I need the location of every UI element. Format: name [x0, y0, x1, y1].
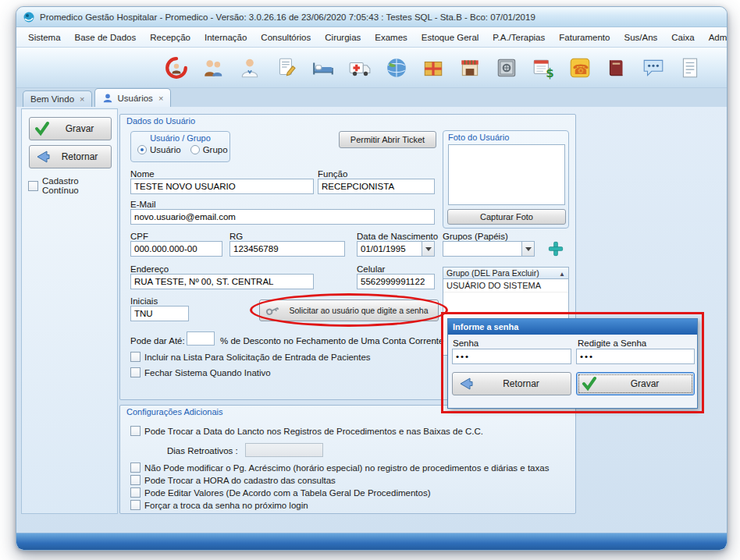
- tab-bem-vindo[interactable]: Bem Vindo ×: [23, 90, 92, 107]
- informe-senha-dialog: Informe a senha Senha Redigite a Senha R…: [447, 318, 698, 409]
- toolbar-button-ambulance[interactable]: [347, 53, 373, 83]
- celular-input[interactable]: [357, 274, 435, 289]
- editar-valores-checkbox[interactable]: [130, 487, 141, 498]
- iniciais-input[interactable]: [130, 306, 189, 321]
- cpf-label: CPF: [130, 232, 148, 241]
- chevron-down-icon[interactable]: [422, 241, 435, 257]
- toolbar-button-book[interactable]: [603, 53, 630, 83]
- menu-item-consultorios[interactable]: Consultórios: [254, 33, 318, 42]
- rg-input[interactable]: [229, 241, 345, 257]
- menu-item-exames[interactable]: Exames: [368, 33, 414, 42]
- dias-retroativos-label: Dias Retroativos :: [167, 446, 238, 455]
- nao-modificar-pg-checkbox[interactable]: [130, 463, 141, 473]
- menu-item-pa-terapias[interactable]: P.A./Terapias: [486, 33, 552, 42]
- toolbar-button-reception[interactable]: [200, 53, 226, 83]
- radio-grupo-option[interactable]: Grupo: [190, 145, 228, 154]
- radio-usuario[interactable]: [137, 145, 147, 154]
- key-icon: [265, 303, 280, 318]
- incluir-lista-checkbox[interactable]: [130, 352, 141, 362]
- senha-input[interactable]: [452, 349, 571, 364]
- finance-calendar-icon: $: [532, 56, 555, 80]
- menu-item-base-de-dados[interactable]: Base de Dados: [68, 33, 144, 42]
- foto-usuario-title: Foto do Usuário: [443, 131, 568, 144]
- capturar-foto-button[interactable]: Capturar Foto: [447, 209, 566, 225]
- nascimento-input[interactable]: [357, 241, 422, 257]
- toolbar-button-store[interactable]: [457, 53, 483, 83]
- radio-grupo-label: Grupo: [203, 145, 228, 154]
- toolbar-button-safe[interactable]: [493, 53, 520, 83]
- toolbar-button-phone[interactable]: ☎: [567, 53, 593, 83]
- forcar-troca-senha-label: Forçar a troca da senha no próximo login: [144, 501, 308, 510]
- forcar-troca-senha-checkbox[interactable]: [130, 500, 141, 510]
- doctor-icon: [238, 56, 261, 80]
- close-icon[interactable]: ×: [158, 94, 163, 103]
- tab-bem-vindo-label: Bem Vindo: [30, 94, 74, 104]
- menu-item-faturamento[interactable]: Faturamento: [552, 33, 617, 42]
- nao-modificar-pg-label: Não Pode modificar o Pg. Acréscimo (horá…: [144, 463, 549, 473]
- check-icon: [582, 376, 597, 392]
- toolbar-button-report[interactable]: [677, 53, 703, 83]
- menu-item-cirurgias[interactable]: Cirurgias: [318, 33, 368, 42]
- toolbar-button-chat[interactable]: [640, 53, 667, 83]
- menu-item-administracao[interactable]: Administração: [702, 33, 727, 42]
- fechar-inativo-checkbox[interactable]: [130, 367, 141, 377]
- dados-usuario-title: Dados do Usuário: [126, 116, 195, 126]
- grupos-combo[interactable]: [443, 241, 535, 257]
- radio-grupo[interactable]: [190, 145, 200, 154]
- report-icon: [678, 56, 702, 80]
- nascimento-combo[interactable]: [357, 241, 435, 257]
- chevron-down-icon[interactable]: [521, 241, 535, 257]
- redigite-senha-input[interactable]: [576, 349, 695, 364]
- toolbar-button-swirl-people[interactable]: [163, 53, 190, 83]
- menu-item-estoque-geral[interactable]: Estoque Geral: [414, 33, 486, 42]
- nome-input[interactable]: [130, 179, 314, 194]
- user-photo-placeholder: [448, 144, 565, 205]
- grupo-grid-row[interactable]: USUÁRIO DO SISTEMA: [443, 279, 568, 292]
- solicitar-senha-button[interactable]: Solicitar ao usuário que digite a senha: [259, 299, 439, 321]
- grupos-input[interactable]: [443, 241, 521, 257]
- dialog-gravar-button[interactable]: Gravar: [576, 372, 695, 395]
- action-sidebar: Gravar Retornar Cadastro Contínuo: [21, 108, 118, 514]
- toolbar-button-bed[interactable]: [310, 53, 336, 83]
- trocar-hora-checkbox[interactable]: [130, 475, 141, 485]
- menu-item-sistema[interactable]: Sistema: [21, 33, 68, 42]
- config-check-row: Não Pode modificar o Pg. Acréscimo (horá…: [130, 463, 549, 473]
- cpf-input[interactable]: [130, 241, 222, 257]
- trocar-data-lancto-checkbox[interactable]: [130, 426, 141, 436]
- toolbar-button-globe[interactable]: [383, 53, 410, 83]
- retornar-button[interactable]: Retornar: [29, 145, 112, 168]
- reception-people-icon: [201, 56, 225, 80]
- radio-usuario-option[interactable]: Usuário: [137, 145, 181, 154]
- funcao-input[interactable]: [318, 179, 435, 194]
- gravar-button[interactable]: Gravar: [29, 117, 112, 140]
- foto-usuario-groupbox: Foto do Usuário Capturar Foto: [443, 130, 569, 229]
- toolbar-button-finance-calendar[interactable]: $: [530, 53, 557, 83]
- cadastro-continuo-row: Cadastro Contínuo: [28, 176, 117, 195]
- trocar-hora-label: Pode Trocar a HORA do cadastro das consu…: [144, 476, 336, 485]
- email-input[interactable]: [130, 209, 435, 225]
- dialog-retornar-label: Retornar: [476, 378, 566, 389]
- close-icon[interactable]: ×: [80, 94, 84, 104]
- menu-item-recepcao[interactable]: Recepção: [143, 33, 197, 42]
- title-bar: Promedico Gestão Hospitalar - Promedico …: [16, 7, 727, 27]
- menu-item-sus-ans[interactable]: Sus/Ans: [617, 33, 664, 42]
- toolbar-button-package[interactable]: [420, 53, 446, 83]
- fechar-inativo-label: Fechar Sistema Quando Inativo: [144, 368, 271, 377]
- toolbar-button-prescription[interactable]: [273, 53, 300, 83]
- dialog-retornar-button[interactable]: Retornar: [452, 372, 571, 395]
- app-window: Promedico Gestão Hospitalar - Promedico …: [16, 6, 728, 551]
- menu-item-internacao[interactable]: Internação: [197, 33, 254, 42]
- toolbar-button-doctor[interactable]: [237, 53, 263, 83]
- grupo-grid-header[interactable]: Grupo (DEL Para Excluir): [443, 267, 569, 279]
- tab-usuarios[interactable]: Usuários ×: [94, 88, 171, 107]
- desconto-sufixo-label: % de Desconto no Fechamento de Uma Conta…: [220, 336, 443, 346]
- chat-icon: [642, 56, 665, 80]
- menu-item-caixa[interactable]: Caixa: [664, 33, 701, 42]
- ambulance-icon: [348, 56, 372, 80]
- cadastro-continuo-checkbox[interactable]: [28, 181, 38, 191]
- add-group-button[interactable]: [546, 239, 566, 258]
- permitir-abrir-ticket-button[interactable]: Permitir Abrir Ticket: [339, 131, 436, 148]
- endereco-input[interactable]: [130, 274, 314, 289]
- editar-valores-label: Pode Editar Valores (De Acordo com a Tab…: [144, 488, 430, 498]
- desconto-input[interactable]: [187, 331, 215, 346]
